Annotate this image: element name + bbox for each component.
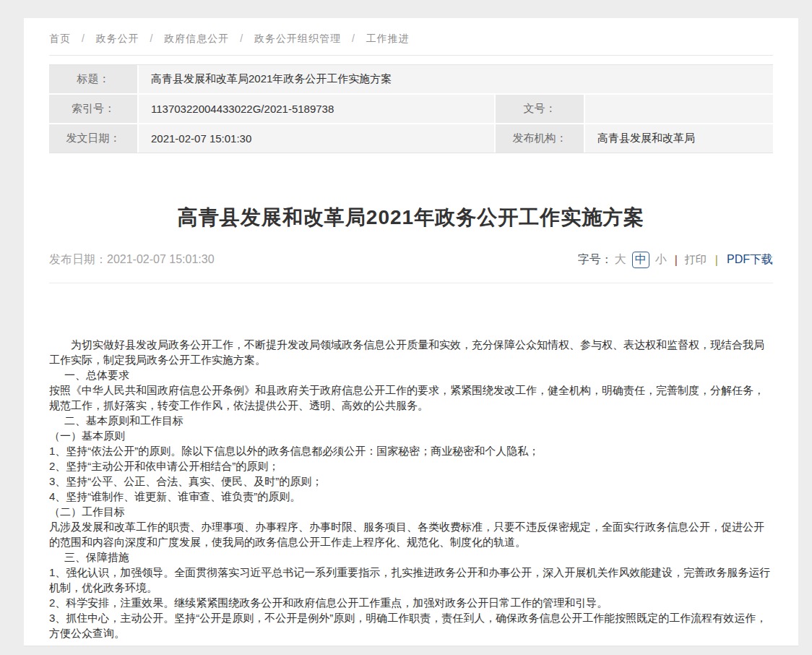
breadcrumb-divider: [49, 55, 773, 56]
subsection-heading: （一）基本原则: [49, 428, 773, 443]
breadcrumb-home[interactable]: 首页: [49, 33, 71, 44]
breadcrumb-separator: /: [352, 33, 355, 44]
breadcrumb-zhengwu-gongkai[interactable]: 政务公开: [96, 33, 139, 44]
article-meta-row: 发布日期：2021-02-07 15:01:30 字号： 大 中 小 | 打印 …: [49, 252, 773, 268]
meta-agency-value: 高青县发展和改革局: [585, 124, 773, 153]
body-paragraph: 按照《中华人民共和国政府信息公开条例》和县政府关于政府信息公开工作的要求，紧紧围…: [49, 382, 773, 413]
meta-docnum-label: 文号：: [496, 95, 584, 123]
breadcrumb-separator: /: [240, 33, 243, 44]
article-body: 为切实做好县发改局政务公开工作，不断提升发改局领域政务信息公开质量和实效，充分保…: [49, 337, 773, 641]
body-paragraph: 3、抓住中心，主动公开。坚持“公开是原则，不公开是例外”原则，明确工作职责，责任…: [49, 610, 773, 641]
toolbar-separator: |: [715, 254, 718, 267]
pdf-download-button[interactable]: PDF下载: [727, 252, 773, 267]
header-divider: [49, 283, 773, 283]
subsection-heading: （二）工作目标: [49, 504, 773, 519]
page-title: 高青县发展和改革局2021年政务公开工作实施方案: [49, 204, 773, 231]
breadcrumb-org-management[interactable]: 政务公开组织管理: [254, 33, 341, 44]
breadcrumb-gov-info-disclosure[interactable]: 政府信息公开: [164, 33, 229, 44]
meta-agency-label: 发布机构：: [496, 124, 584, 153]
meta-issue-date-value: 2021-02-07 15:01:30: [139, 124, 494, 153]
body-paragraph: 1、强化认识，加强领导。全面贯彻落实习近平总书记一系列重要指示，扎实推进政务公开…: [49, 565, 773, 595]
meta-title-value: 高青县发展和改革局2021年政务公开工作实施方案: [139, 65, 773, 93]
font-size-small-button[interactable]: 小: [655, 252, 667, 267]
font-size-label: 字号：: [578, 252, 613, 267]
article-toolbar: 字号： 大 中 小 | 打印 | PDF下载: [578, 252, 773, 268]
publish-date-value: 2021-02-07 15:01:30: [107, 253, 215, 265]
breadcrumb: 首页 / 政务公开 / 政府信息公开 / 政务公开组织管理 / 工作推进: [49, 18, 773, 46]
meta-docnum-value: [585, 95, 773, 123]
content-panel: 首页 / 政务公开 / 政府信息公开 / 政务公开组织管理 / 工作推进 标题：…: [24, 18, 798, 646]
body-paragraph: 凡涉及发展和改革工作的职责、办理事项、办事程序、办事时限、服务项目、各类收费标准…: [49, 519, 773, 549]
meta-index-label: 索引号：: [49, 95, 137, 123]
document-meta-table: 标题： 高青县发展和改革局2021年政务公开工作实施方案 索引号： 113703…: [49, 64, 773, 153]
breadcrumb-work-progress[interactable]: 工作推进: [366, 33, 410, 44]
toolbar-separator: |: [675, 254, 678, 267]
section-heading-3: 三、保障措施: [49, 549, 773, 565]
meta-title-label: 标题：: [49, 65, 137, 93]
section-heading-1: 一、总体要求: [49, 367, 773, 382]
body-paragraph: 为切实做好县发改局政务公开工作，不断提升发改局领域政务信息公开质量和实效，充分保…: [49, 337, 773, 367]
breadcrumb-separator: /: [150, 33, 154, 44]
body-paragraph: 2、坚持“主动公开和依申请公开相结合”的原则；: [49, 458, 773, 474]
font-size-medium-button[interactable]: 中: [632, 252, 649, 268]
print-button[interactable]: 打印: [685, 253, 707, 267]
body-paragraph: 2、科学安排，注重效果。继续紧紧围绕政务公开和政府信息公开工作重点，加强对政务公…: [49, 595, 773, 610]
body-paragraph: 1、坚持“依法公开”的原则。除以下信息以外的政务信息都必须公开：国家秘密；商业秘…: [49, 443, 773, 458]
body-paragraph: 4、坚持“谁制作、谁更新、谁审查、谁负责”的原则。: [49, 489, 773, 504]
publish-date: 发布日期：2021-02-07 15:01:30: [49, 252, 215, 267]
section-heading-2: 二、基本原则和工作目标: [49, 413, 773, 428]
meta-index-value: 11370322004433022G/2021-5189738: [139, 95, 494, 123]
meta-issue-date-label: 发文日期：: [49, 124, 137, 153]
body-paragraph: 3、坚持“公平、公正、合法、真实、便民、及时”的原则；: [49, 474, 773, 489]
breadcrumb-separator: /: [82, 33, 85, 44]
font-size-large-button[interactable]: 大: [615, 252, 626, 267]
publish-date-label: 发布日期：: [49, 253, 107, 265]
